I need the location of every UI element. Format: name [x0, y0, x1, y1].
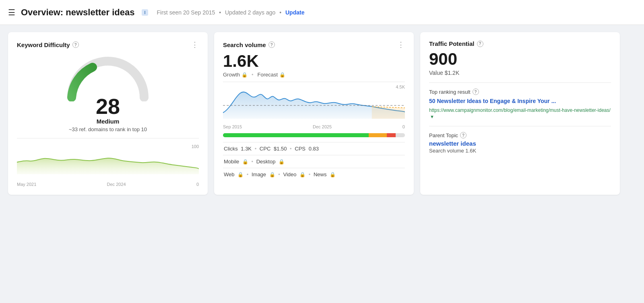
sv-help-icon[interactable]: ?: [268, 41, 275, 48]
updated-text: Updated 2 days ago: [225, 9, 275, 16]
parent-topic-value[interactable]: newsletter ideas: [429, 140, 611, 147]
sv-chart-dates: Sep 2015 Dec 2025 0: [223, 124, 405, 129]
kd-date-end: Dec 2024: [107, 182, 126, 187]
top-result-url-text: https://www.campaignmonitor.com/blog/ema…: [429, 107, 611, 113]
kd-chart-max: 100: [192, 144, 199, 149]
desktop-label: Desktop: [256, 159, 276, 165]
parent-topic-label-text: Parent Topic: [429, 132, 458, 138]
clicks-cpc-cps-row: Clicks 1.3K • CPC $1.50 • CPS 0.83: [223, 142, 405, 155]
mobile-label: Mobile: [224, 159, 239, 165]
kd-chart-dates: May 2021 Dec 2024 0: [17, 182, 199, 187]
kd-date-start: May 2021: [17, 182, 36, 187]
web-lock-icon: 🔒: [237, 172, 244, 177]
cpc-value: $1.50: [274, 146, 287, 152]
card3-title-text: Traffic Potential: [429, 40, 475, 47]
card2-title-text: Search volume: [223, 41, 266, 48]
page-title: Overview: newsletter ideas: [21, 7, 134, 18]
kd-more-icon[interactable]: ⋮: [191, 40, 199, 49]
web-image-video-news-row: Web 🔒 • Image 🔒 • Video 🔒 • News 🔒: [223, 168, 405, 181]
card2-title: Search volume ?: [223, 41, 275, 48]
news-label: News: [314, 171, 327, 177]
top-ranking-text: Top ranking result: [429, 89, 471, 95]
divider-1: [17, 138, 199, 138]
mobile-desktop-row: Mobile 🔒 • Desktop 🔒: [223, 155, 405, 168]
menu-icon[interactable]: ☰: [8, 8, 15, 17]
gauge-score: 28: [96, 95, 120, 117]
sv-more-icon[interactable]: ⋮: [397, 40, 405, 49]
image-label: Image: [252, 171, 266, 177]
top-result-url[interactable]: https://www.campaignmonitor.com/blog/ema…: [429, 107, 611, 121]
kd-mini-chart: 100: [17, 144, 199, 180]
sv-date-start: Sep 2015: [223, 124, 242, 129]
gauge-sub: ~33 ref. domains to rank in top 10: [69, 126, 147, 132]
video-label: Video: [283, 171, 297, 177]
mobile-lock-icon: 🔒: [242, 159, 248, 165]
top-ranking-help-icon[interactable]: ?: [473, 89, 479, 95]
progress-green: [223, 133, 369, 137]
clicks-value: 1.3K: [241, 146, 252, 152]
header: ☰ Overview: newsletter ideas I First see…: [0, 0, 644, 25]
traffic-potential-card: Traffic Potential ? 900 Value $1.2K Top …: [420, 32, 620, 195]
sv-date-end: Dec 2025: [313, 124, 332, 129]
header-meta: First seen 20 Sep 2015 • Updated 2 days …: [157, 9, 305, 16]
sv-progress-bar: [223, 133, 405, 137]
keyword-difficulty-card: Keyword Difficulty ? ⋮: [8, 32, 208, 195]
video-lock-icon: 🔒: [299, 172, 305, 177]
cpc-label: CPC: [260, 146, 270, 152]
sv-chart-container: 4.5K: [223, 82, 405, 122]
parent-topic-help-icon[interactable]: ?: [460, 132, 466, 138]
sv-zero: 0: [402, 124, 405, 129]
news-lock-icon: 🔒: [330, 172, 336, 177]
title-badge: I: [142, 9, 148, 16]
forecast-label: Forecast: [257, 72, 278, 78]
tp-value-sub: Value $1.2K: [429, 70, 611, 76]
kd-zero: 0: [196, 182, 199, 187]
forecast-lock-icon: 🔒: [279, 72, 285, 78]
dot-separator-2: •: [279, 9, 281, 16]
desktop-lock-icon: 🔒: [279, 159, 285, 165]
card3-header: Traffic Potential ?: [429, 40, 611, 47]
kd-help-icon[interactable]: ?: [72, 41, 79, 48]
update-link[interactable]: Update: [285, 9, 304, 16]
clicks-label: Clicks: [224, 146, 238, 152]
sv-chart-max: 4.5K: [396, 85, 405, 89]
parent-topic-label: Parent Topic ?: [429, 132, 611, 138]
search-volume-card: Search volume ? ⋮ 1.6K Growth 🔒 • Foreca…: [214, 32, 414, 195]
growth-label: Growth: [223, 72, 240, 78]
progress-orange: [387, 133, 396, 137]
parent-topic-sv: Search volume 1.6K: [429, 148, 611, 154]
url-arrow-icon: ▼: [430, 114, 434, 119]
dot-separator: •: [219, 9, 221, 16]
sv-number: 1.6K: [223, 52, 405, 71]
main-content: Keyword Difficulty ? ⋮: [0, 25, 628, 202]
first-seen-text: First seen 20 Sep 2015: [157, 9, 215, 16]
growth-lock-icon: 🔒: [242, 72, 248, 78]
gauge-label: Medium: [97, 118, 120, 125]
top-ranking-label: Top ranking result ?: [429, 89, 611, 95]
image-lock-icon: 🔒: [269, 172, 275, 177]
sv-chart-svg: [223, 85, 405, 119]
card3-title: Traffic Potential ?: [429, 40, 483, 47]
web-label: Web: [224, 171, 235, 177]
card1-title-text: Keyword Difficulty: [17, 41, 70, 48]
cps-value: 0.83: [309, 146, 319, 152]
card1-title: Keyword Difficulty ?: [17, 41, 79, 48]
kd-chart-svg: [17, 144, 199, 174]
sv-growth-forecast: Growth 🔒 • Forecast 🔒: [223, 72, 405, 78]
cps-label: CPS: [295, 146, 305, 152]
card1-header: Keyword Difficulty ? ⋮: [17, 40, 199, 49]
top-result-title[interactable]: 50 Newsletter Ideas to Engage & Inspire …: [429, 97, 611, 105]
card2-header: Search volume ? ⋮: [223, 40, 405, 49]
progress-yellow: [369, 133, 387, 137]
tp-help-icon[interactable]: ?: [477, 41, 483, 47]
tp-number: 900: [429, 49, 611, 69]
gauge-container: 28 Medium ~33 ref. domains to rank in to…: [17, 53, 199, 132]
tp-divider-1: [429, 82, 611, 83]
tp-divider-2: [429, 126, 611, 126]
